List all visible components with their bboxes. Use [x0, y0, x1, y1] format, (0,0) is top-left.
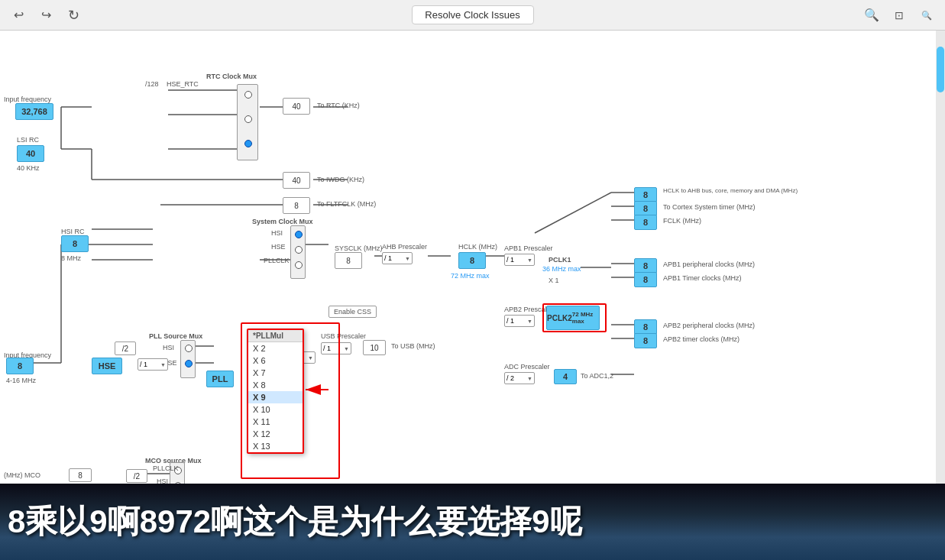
dropdown-item-x13[interactable]: X 13 [248, 440, 303, 452]
adc-value-box: 4 [554, 369, 577, 384]
rtc-mux-box [237, 84, 258, 160]
dropdown-item-x11[interactable]: X 11 [248, 416, 303, 428]
apb1-select-value: / 1 [506, 256, 514, 264]
hclk-value-box: 8 [458, 252, 486, 269]
to-fltfclk-label: To FLTFCLK (MHz) [317, 200, 376, 208]
input-freq2-box: 8 [6, 358, 34, 374]
mux-dot-1 [244, 91, 252, 99]
pclk2-label: PCLK2 [547, 314, 572, 322]
sys-mux-dot-hse [295, 246, 303, 254]
hclk-ahb-label: HCLK to AHB bus, core, memory and DMA (M… [663, 187, 798, 194]
hsi-rc-box: 8 [61, 235, 89, 252]
mco-value-box: 8 [69, 468, 92, 482]
subtitle: 8乘以9啊8972啊这个是为什么要选择9呢 [8, 500, 582, 543]
adc-prescaler-select[interactable]: / 2 ▼ [504, 372, 535, 384]
fclk-value: 8 [634, 215, 657, 230]
scrollbar[interactable] [936, 31, 945, 484]
pll-mux-dot-hsi [185, 345, 193, 352]
ahb-prescaler-select[interactable]: / 1 ▼ [382, 252, 413, 264]
dropdown-header: *PLLMul [248, 330, 303, 342]
adc-prescaler-label: ADC Prescaler [504, 363, 550, 371]
apb2-select-value: / 1 [506, 317, 514, 325]
resolve-clock-button[interactable]: Resolve Clock Issues [412, 5, 534, 24]
cortex-timer-value: 8 [634, 201, 657, 216]
cortex-timer-label: To Cortex System timer (MHz) [663, 203, 756, 211]
usb-prescaler-select[interactable]: / 1 ▼ [321, 342, 351, 354]
dropdown-item-x2[interactable]: X 2 [248, 342, 303, 354]
dropdown-item-x8[interactable]: X 8 [248, 379, 303, 391]
sysclk-label-head: SYSCLK (MHz) [335, 244, 383, 252]
dropdown-item-x10[interactable]: X 10 [248, 403, 303, 416]
pll-multiplier-dropdown[interactable]: *PLLMul X 2 X 6 X 7 X 8 X 9 X 10 X 11 X … [247, 329, 304, 454]
usb-select-value: / 1 [323, 345, 331, 352]
undo-button[interactable]: ↩ [8, 5, 29, 26]
dropdown-item-x7[interactable]: X 7 [248, 367, 303, 379]
apb1-x1-label: X 1 [549, 277, 559, 284]
sysclk-value-box: 8 [335, 252, 362, 269]
clock-diagram: Input frequency 32,768 LSI RC 40 40 KHz … [0, 31, 945, 484]
lsi-rc-label: LSI RC [17, 136, 39, 144]
to-iwdg-label: To IWDG (KHz) [317, 176, 364, 183]
sys-mux-box [290, 225, 306, 279]
mux-dot-2 [244, 115, 252, 123]
fclk-label-right: FCLK (MHz) [663, 217, 701, 225]
redo-button[interactable]: ↪ [35, 5, 57, 26]
apb2-select-arrow: ▼ [527, 319, 532, 324]
refresh-button[interactable]: ↻ [63, 5, 84, 26]
apb2-prescaler-label: APB2 Prescaler [504, 306, 553, 313]
pll-hsi-label: HSI [163, 344, 174, 351]
enable-css-button[interactable]: Enable CSS [328, 306, 377, 318]
dropdown-item-x6[interactable]: X 6 [248, 354, 303, 367]
div2-box: /2 [115, 342, 136, 355]
sys-clk-mux-label: System Clock Mux [252, 218, 313, 225]
lsi-rc-box: 40 [17, 145, 44, 162]
hclk-max-label: 72 MHz max [451, 272, 490, 280]
zoom-out-button[interactable]: 🔍 [918, 6, 935, 23]
hse-mux-label: HSE [271, 243, 286, 251]
mux-dot-3 [244, 140, 252, 147]
apb1-timer-label: APB1 Timer clocks (MHz) [663, 274, 742, 282]
zoom-in-button[interactable]: 🔍 [861, 5, 882, 26]
hclk-label-head: HCLK (MHz) [458, 243, 497, 251]
svg-line-24 [535, 193, 611, 233]
pll-box: PLL [206, 371, 234, 387]
sys-mux-dot-hsi [295, 231, 303, 238]
mco-hsi-label: HSI [157, 477, 168, 484]
hclk-ahb-value: 8 [634, 187, 657, 202]
apb2-timer-label: APB2 timer clocks (MHz) [663, 335, 739, 343]
pclk2-max: 72 MHz max [572, 311, 599, 325]
hsi-mux-label: HSI [271, 229, 283, 237]
bottom-text-area: 8乘以9啊8972啊这个是为什么要选择9呢 [0, 484, 945, 560]
apb2-periph-label: APB2 peripheral clocks (MHz) [663, 322, 755, 329]
iwdg-value-box: 40 [283, 172, 310, 189]
ahb-select-arrow: ▼ [405, 256, 410, 261]
hse-rtc-label: HSE_RTC [167, 80, 199, 88]
usb-value-box: 10 [363, 340, 386, 355]
apb1-timer-value: 8 [634, 272, 657, 287]
usb-select-arrow: ▼ [344, 346, 349, 351]
usb-prescaler-label: USB Prescaler [321, 332, 366, 340]
input-freq2-unit: 4-16 MHz [6, 377, 36, 384]
dropdown-item-x9[interactable]: X 9 [248, 391, 303, 403]
zoom-fit-button[interactable]: ⊡ [888, 5, 910, 26]
scrollbar-thumb[interactable] [937, 47, 944, 92]
toolbar: ↩ ↪ ↻ Resolve Clock Issues 🔍 ⊡ 🔍 [0, 0, 945, 31]
div128-label: /128 [145, 80, 159, 88]
apb1-periph-value: 8 [634, 258, 657, 274]
apb1-periph-label: APB1 peripheral clocks (MHz) [663, 261, 755, 268]
hsi-rc-label: HSI RC [61, 228, 85, 235]
pll-mux-label: PLLCLK [264, 257, 290, 264]
pll-mul-select-arrow: ▼ [308, 355, 313, 361]
dropdown-item-x12[interactable]: X 12 [248, 428, 303, 440]
adc-select-value: / 2 [506, 374, 514, 382]
pclk1-max-label: 36 MHz max [542, 265, 581, 273]
apb1-prescaler-select[interactable]: / 1 ▼ [504, 254, 535, 266]
pll-mux-box [180, 340, 196, 378]
apb2-periph-value: 8 [634, 319, 657, 335]
apb2-prescaler-select[interactable]: / 1 ▼ [504, 315, 535, 327]
mco-div2-box: /2 [126, 469, 147, 483]
hse-div1-select[interactable]: / 1 ▼ [138, 358, 168, 371]
adc-to-label: To ADC1,2 [581, 372, 613, 380]
ahb-select-value: / 1 [384, 254, 392, 262]
hse-box: HSE [92, 358, 122, 374]
